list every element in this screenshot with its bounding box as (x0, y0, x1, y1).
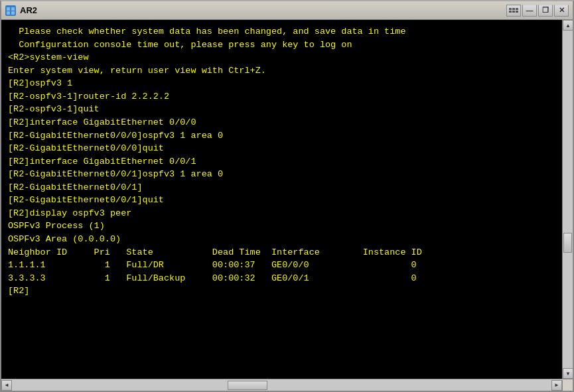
terminal-line: 1.1.1.1 1 Full/DR 00:00:37 GE0/0/0 0 (8, 259, 555, 272)
svg-rect-3 (11, 11, 15, 15)
terminal-line: [R2-GigabitEthernet0/0/1]quit (8, 194, 555, 207)
terminal-line: [R2]display ospfv3 peer (8, 207, 555, 220)
restore-button[interactable]: ❐ (538, 5, 553, 17)
svg-rect-0 (7, 7, 10, 11)
scroll-thumb-horizontal[interactable] (228, 381, 267, 390)
terminal-line: <R2>system-view (8, 51, 555, 64)
terminal-line: [R2]ospfv3 1 (8, 77, 555, 90)
scroll-track-horizontal[interactable] (12, 380, 551, 391)
terminal-line: [R2]interface GigabitEthernet 0/0/0 (8, 116, 555, 129)
scroll-track-vertical[interactable] (563, 31, 573, 368)
terminal-output[interactable]: Please check whether system data has bee… (1, 20, 562, 379)
window-controls: — ❐ ✕ (506, 5, 569, 17)
window-title: AR2 (20, 5, 506, 15)
terminal-line: [R2-GigabitEthernet0/0/0]quit (8, 142, 555, 155)
app-icon (5, 5, 16, 16)
terminal-line: [R2-ospfv3-1]router-id 2.2.2.2 (8, 90, 555, 103)
title-bar: AR2 — ❐ ✕ (1, 1, 573, 20)
terminal-line: [R2]interface GigabitEthernet 0/0/1 (8, 155, 555, 168)
grid-icon-button[interactable] (506, 5, 521, 17)
terminal-line: [R2-GigabitEthernet0/0/0]ospfv3 1 area 0 (8, 129, 555, 143)
terminal-line: Enter system view, return user view with… (8, 64, 555, 78)
minimize-button[interactable]: — (522, 5, 537, 17)
terminal-line: Configuration console time out, please p… (8, 38, 555, 52)
scroll-left-button[interactable]: ◄ (1, 380, 12, 391)
scroll-up-button[interactable]: ▲ (563, 20, 573, 31)
svg-rect-2 (7, 11, 10, 15)
scroll-right-button[interactable]: ► (551, 380, 562, 391)
scrollbar-corner (562, 380, 573, 391)
scroll-down-button[interactable]: ▼ (563, 368, 573, 379)
terminal-line: Please check whether system data has bee… (8, 25, 555, 38)
main-window: AR2 — ❐ ✕ Please check whether system da… (0, 0, 574, 392)
terminal-line: OSPFv3 Process (1) (8, 220, 555, 233)
close-button[interactable]: ✕ (554, 5, 569, 17)
terminal-line: Neighbor ID Pri State Dead Time Interfac… (8, 246, 555, 259)
vertical-scrollbar[interactable]: ▲ ▼ (562, 20, 573, 379)
terminal-line: [R2-ospfv3-1]quit (8, 103, 555, 116)
terminal-line: OSPFv3 Area (0.0.0.0) (8, 233, 555, 246)
content-area: Please check whether system data has bee… (1, 20, 573, 379)
scroll-thumb-vertical[interactable] (563, 233, 572, 253)
terminal-line: [R2-GigabitEthernet0/0/1]ospfv3 1 area 0 (8, 168, 555, 181)
horizontal-scrollbar[interactable]: ◄ ► (1, 379, 573, 391)
terminal-line: 3.3.3.3 1 Full/Backup 00:00:32 GE0/0/1 0 (8, 272, 555, 285)
terminal-line: [R2-GigabitEthernet0/0/1] (8, 181, 555, 194)
terminal-line: [R2] (8, 285, 555, 298)
svg-rect-1 (11, 7, 15, 11)
